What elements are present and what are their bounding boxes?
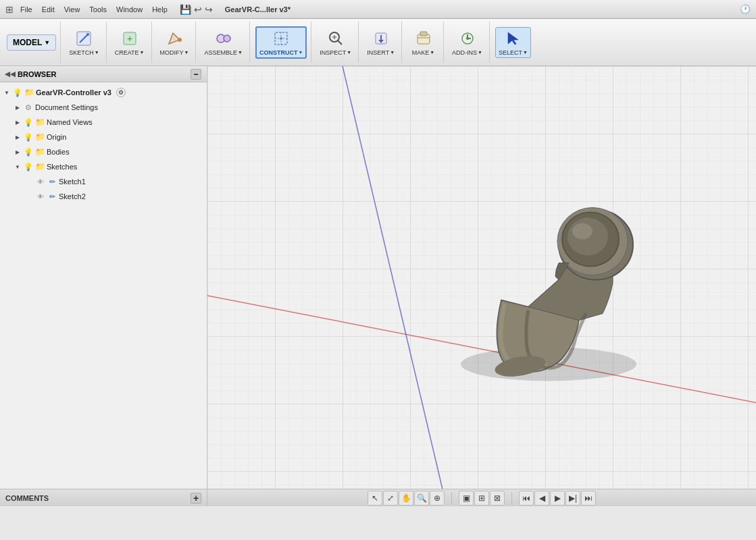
root-settings-icon[interactable]: ⚙ xyxy=(116,88,126,97)
bodies-label: Bodies xyxy=(47,148,70,156)
browser-collapse-icon[interactable]: ◀◀ xyxy=(5,70,15,79)
tree-named-views[interactable]: ▶ 💡 📁 Named Views xyxy=(0,115,207,130)
named-views-folder-icon: 📁 xyxy=(35,117,45,127)
modify-group: MODIFY ▼ xyxy=(153,22,197,63)
timeline-play-button[interactable]: ▶ xyxy=(550,491,565,506)
origin-folder-icon: 📁 xyxy=(35,132,45,142)
app-menu-edit[interactable]: Edit xyxy=(39,5,57,14)
assemble-group: ASSEMBLE ▼ xyxy=(197,22,249,63)
svg-point-7 xyxy=(224,35,230,42)
construct-button[interactable]: CONSTRUCT ▼ xyxy=(255,26,307,59)
app-menu-tools[interactable]: Tools xyxy=(86,5,109,14)
redo-icon[interactable]: ↪ xyxy=(205,4,213,15)
model-menu[interactable]: MODEL ▼ xyxy=(3,22,61,63)
tree-sketch1[interactable]: 👁 ✏ Sketch1 xyxy=(0,174,207,189)
sketch1-type-icon: ✏ xyxy=(47,177,57,186)
svg-point-34 xyxy=(572,223,593,240)
svg-line-13 xyxy=(338,40,342,45)
modify-label: MODIFY ▼ xyxy=(160,49,189,56)
svg-marker-24 xyxy=(508,32,518,45)
3d-model xyxy=(440,165,670,390)
create-label: CREATE ▼ xyxy=(115,49,145,56)
timeline-next-button[interactable]: ▶| xyxy=(565,491,580,506)
undo-icon[interactable]: ↩ xyxy=(194,4,202,15)
addins-label: ADD-INS ▼ xyxy=(452,49,482,56)
svg-point-5 xyxy=(178,38,182,42)
nav-fit-icon[interactable]: ⤢ xyxy=(383,491,398,506)
make-button[interactable]: MAKE ▼ xyxy=(409,28,437,57)
make-label: MAKE ▼ xyxy=(412,49,434,56)
doc-settings-icon: ⚙ xyxy=(24,103,33,112)
svg-point-2 xyxy=(86,33,89,36)
toolbar: MODEL ▼ SKETCH ▼ + CREATE ▼ xyxy=(0,19,756,66)
app-menu-window[interactable]: Window xyxy=(114,5,145,14)
modify-button[interactable]: MODIFY ▼ xyxy=(157,28,192,57)
assemble-label: ASSEMBLE ▼ xyxy=(204,49,242,56)
named-views-bulb-icon: 💡 xyxy=(24,117,33,127)
tree-doc-settings[interactable]: ▶ ⚙ Document Settings xyxy=(0,100,207,115)
insert-group: INSERT ▼ xyxy=(360,22,402,63)
sketch2-expand-placeholder xyxy=(26,192,34,200)
window-controls: 🕐 xyxy=(740,4,751,14)
origin-bulb-icon: 💡 xyxy=(24,132,33,142)
insert-button[interactable]: INSERT ▼ xyxy=(364,28,397,57)
browser-header: ◀◀ BROWSER − xyxy=(0,66,207,82)
inspect-group: INSPECT ▼ xyxy=(313,22,359,63)
tree-bodies[interactable]: ▶ 💡 📁 Bodies xyxy=(0,144,207,159)
timeline-prev-button[interactable]: ◀ xyxy=(534,491,549,506)
bottom-bar: COMMENTS + ↖ ⤢ ✋ 🔍 ⊕ ▣ ⊞ ⊠ ⏮ ◀ ▶ ▶| ⏭ xyxy=(0,489,756,506)
app-grid-icon: ⊞ xyxy=(5,4,14,15)
browser-title: BROWSER xyxy=(18,70,56,78)
sketch2-type-icon: ✏ xyxy=(47,192,57,201)
tree-root[interactable]: ▼ 💡 📁 GearVR-Controller v3 ⚙ xyxy=(0,85,207,100)
origin-label: Origin xyxy=(47,133,66,141)
timeline-last-button[interactable]: ⏭ xyxy=(581,491,596,506)
create-button[interactable]: + CREATE ▼ xyxy=(112,28,147,57)
viewport-controls: ↖ ⤢ ✋ 🔍 ⊕ ▣ ⊞ ⊠ ⏮ ◀ ▶ ▶| ⏭ xyxy=(207,491,756,506)
nav-pan-icon[interactable]: ✋ xyxy=(399,491,413,506)
browser-minimize-button[interactable]: − xyxy=(191,69,201,80)
tree-sketch2[interactable]: 👁 ✏ Sketch2 xyxy=(0,189,207,204)
doc-settings-label: Document Settings xyxy=(35,103,98,111)
timeline-first-button[interactable]: ⏮ xyxy=(519,491,534,506)
tree-origin[interactable]: ▶ 💡 📁 Origin xyxy=(0,130,207,144)
app-menu-help[interactable]: Help xyxy=(149,5,170,14)
addins-button[interactable]: ADD-INS ▼ xyxy=(449,28,485,57)
svg-point-11 xyxy=(280,37,282,40)
sketches-folder-icon: 📁 xyxy=(35,162,45,171)
construct-group: CONSTRUCT ▼ xyxy=(251,22,311,63)
sketch-group: SKETCH ▼ xyxy=(62,22,106,63)
bodies-bulb-icon: 💡 xyxy=(24,147,33,157)
model-button[interactable]: MODEL ▼ xyxy=(7,34,56,51)
main-area: ◀◀ BROWSER − ▼ 💡 📁 GearVR-Controller v3 … xyxy=(0,66,756,489)
sketches-label: Sketches xyxy=(47,163,77,171)
window-title: GearVR-C...ller v3* xyxy=(225,5,291,14)
save-icon[interactable]: 💾 xyxy=(180,4,191,15)
app-menu-view[interactable]: View xyxy=(61,5,83,14)
view-shaded-icon[interactable]: ▣ xyxy=(459,491,474,506)
svg-point-23 xyxy=(466,37,469,40)
sketch2-label: Sketch2 xyxy=(59,192,86,200)
assemble-button[interactable]: ASSEMBLE ▼ xyxy=(201,28,245,57)
view-wireframe-icon[interactable]: ⊞ xyxy=(474,491,489,506)
insert-label: INSERT ▼ xyxy=(367,49,395,56)
create-group: + CREATE ▼ xyxy=(108,22,152,63)
sketch-button[interactable]: SKETCH ▼ xyxy=(66,28,101,57)
sketch1-expand-placeholder xyxy=(26,178,34,186)
tree-sketches[interactable]: ▼ 💡 📁 Sketches xyxy=(0,159,207,174)
viewport[interactable] xyxy=(207,66,756,489)
inspect-button[interactable]: INSPECT ▼ xyxy=(317,28,354,57)
nav-zoom-in-icon[interactable]: 🔍 xyxy=(414,491,429,506)
select-group: SELECT ▼ xyxy=(491,22,535,63)
nav-move-icon[interactable]: ↖ xyxy=(368,491,382,506)
nav-zoom-out-icon[interactable]: ⊕ xyxy=(430,491,445,506)
root-label: GearVR-Controller v3 xyxy=(36,88,111,97)
select-button[interactable]: SELECT ▼ xyxy=(495,27,531,58)
app-menu-file[interactable]: File xyxy=(18,5,35,14)
svg-text:+: + xyxy=(127,33,132,44)
comments-label: COMMENTS xyxy=(5,494,49,502)
view-display-icon[interactable]: ⊠ xyxy=(490,491,505,506)
comments-expand-button[interactable]: + xyxy=(191,493,201,504)
root-folder-icon: 📁 xyxy=(24,88,34,97)
sketches-expand-icon: ▼ xyxy=(14,163,22,171)
